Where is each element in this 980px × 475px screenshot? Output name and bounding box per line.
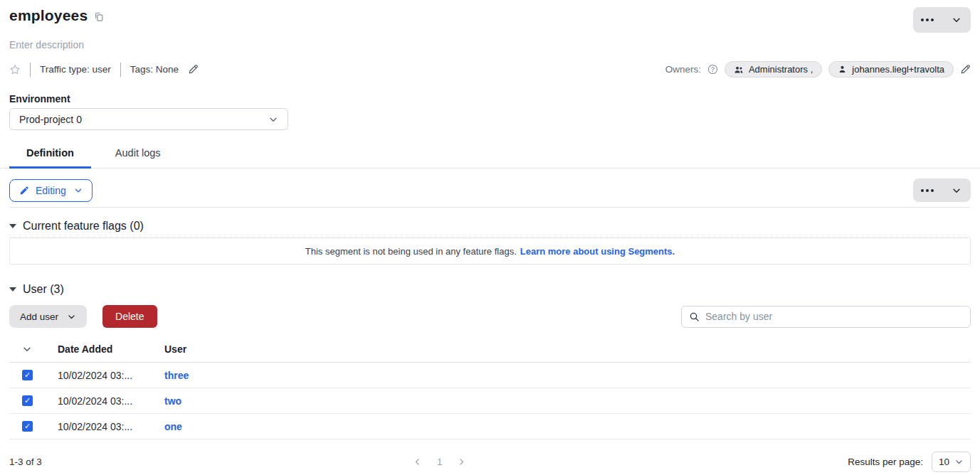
pencil-icon: [19, 186, 29, 196]
table-row: ✓ 10/02/2024 03:... three: [9, 363, 971, 388]
edit-tags-icon[interactable]: [188, 64, 199, 75]
environment-label: Environment: [0, 93, 980, 105]
more-options-button[interactable]: [913, 7, 942, 33]
row-checkbox[interactable]: ✓: [22, 395, 33, 406]
copy-icon[interactable]: [94, 11, 104, 22]
header-expand-button[interactable]: [942, 7, 971, 33]
tab-bar: Definition Audit logs: [0, 139, 980, 169]
chevron-down-icon: [74, 186, 83, 195]
row-checkbox[interactable]: ✓: [22, 370, 33, 380]
user-toolbar: Add user Delete: [9, 305, 971, 328]
segment-page: employees Enter description: [0, 0, 980, 472]
user-section-title: User (3): [23, 283, 64, 296]
editing-button[interactable]: Editing: [9, 179, 93, 202]
table-row: ✓ 10/02/2024 03:... two: [9, 388, 971, 414]
header: employees: [0, 0, 980, 33]
add-user-label: Add user: [20, 311, 58, 322]
more-options-icon: [921, 18, 934, 21]
user-link[interactable]: three: [164, 370, 189, 381]
user-link[interactable]: one: [164, 421, 182, 432]
chevron-down-icon: [67, 312, 76, 321]
results-range-text: 1-3 of 3: [9, 457, 413, 467]
feature-flags-section-title: Current feature flags (0): [23, 220, 144, 233]
tab-audit-logs[interactable]: Audit logs: [98, 139, 178, 168]
owner-chip-label: Administrators ,: [749, 64, 813, 75]
description-field[interactable]: Enter description: [0, 39, 980, 50]
table-footer: 1-3 of 3 1 Results per page: 10: [9, 452, 971, 472]
collapse-triangle-icon: [9, 224, 16, 228]
add-user-button[interactable]: Add user: [9, 305, 87, 328]
results-per-page-select[interactable]: 10: [932, 452, 971, 472]
divider: [120, 63, 121, 77]
environment-selected-value: Prod-project 0: [19, 114, 82, 125]
pagination: 1: [413, 457, 467, 467]
user-link[interactable]: two: [164, 395, 181, 407]
feature-flags-section-header[interactable]: Current feature flags (0): [9, 220, 971, 233]
owners-help-icon[interactable]: [707, 64, 718, 75]
row-date: 10/02/2024 03:...: [58, 370, 164, 381]
environment-select[interactable]: Prod-project 0: [9, 108, 288, 130]
page-number[interactable]: 1: [437, 457, 443, 467]
search-icon: [689, 311, 700, 322]
row-date: 10/02/2024 03:...: [58, 421, 164, 432]
header-more-group: [913, 7, 971, 33]
owner-chip-label: johannes.liegl+travolta: [852, 64, 944, 75]
row-date: 10/02/2024 03:...: [58, 395, 164, 407]
user-search-input[interactable]: [705, 311, 963, 322]
definition-more-group: [913, 178, 971, 202]
meta-row: Traffic type: user Tags: None Owners:: [0, 61, 980, 78]
more-options-icon: [921, 189, 934, 192]
results-per-page-value: 10: [939, 457, 949, 467]
editing-button-label: Editing: [36, 185, 66, 196]
divider: [30, 63, 31, 77]
group-icon: [734, 65, 744, 75]
collapse-triangle-icon: [9, 287, 16, 292]
tags-label: Tags: None: [130, 64, 179, 75]
empty-state-message: This segment is not being used in any fe…: [305, 246, 517, 257]
row-checkbox[interactable]: ✓: [22, 421, 33, 432]
next-page-icon[interactable]: [457, 457, 466, 466]
favorite-star-icon[interactable]: [9, 64, 21, 75]
tab-definition[interactable]: Definition: [9, 139, 91, 168]
definition-more-options-button[interactable]: [913, 178, 942, 202]
user-table: Date Added User ✓ 10/02/2024 03:... thre…: [9, 336, 971, 439]
user-search-box: [681, 306, 971, 328]
results-per-page-label: Results per page:: [848, 457, 923, 467]
table-header-row: Date Added User: [9, 336, 971, 363]
column-header-date-added: Date Added: [58, 343, 164, 355]
divider: [9, 207, 971, 208]
column-header-user: User: [164, 343, 971, 355]
chevron-down-icon: [952, 15, 961, 25]
delete-button[interactable]: Delete: [102, 305, 157, 328]
chevron-down-icon: [952, 186, 961, 196]
chevron-down-icon: [954, 457, 964, 466]
table-row: ✓ 10/02/2024 03:... one: [9, 414, 971, 439]
select-all-chevron-icon[interactable]: [22, 344, 32, 354]
owner-chip-user[interactable]: johannes.liegl+travolta: [828, 61, 954, 78]
owners-label: Owners:: [665, 64, 701, 75]
edit-owners-icon[interactable]: [960, 64, 971, 75]
feature-flags-empty-state: This segment is not being used in any fe…: [9, 238, 971, 265]
editing-row: Editing: [0, 178, 980, 202]
traffic-type-label: Traffic type: user: [40, 64, 111, 75]
definition-expand-button[interactable]: [942, 178, 971, 202]
page-title: employees: [9, 7, 88, 24]
previous-page-icon[interactable]: [413, 457, 422, 466]
learn-more-link[interactable]: Learn more about using Segments.: [520, 246, 675, 257]
owner-chip-administrators[interactable]: Administrators ,: [725, 61, 822, 78]
user-section-header[interactable]: User (3): [9, 283, 971, 296]
chevron-down-icon: [268, 114, 278, 124]
person-icon: [838, 65, 847, 74]
